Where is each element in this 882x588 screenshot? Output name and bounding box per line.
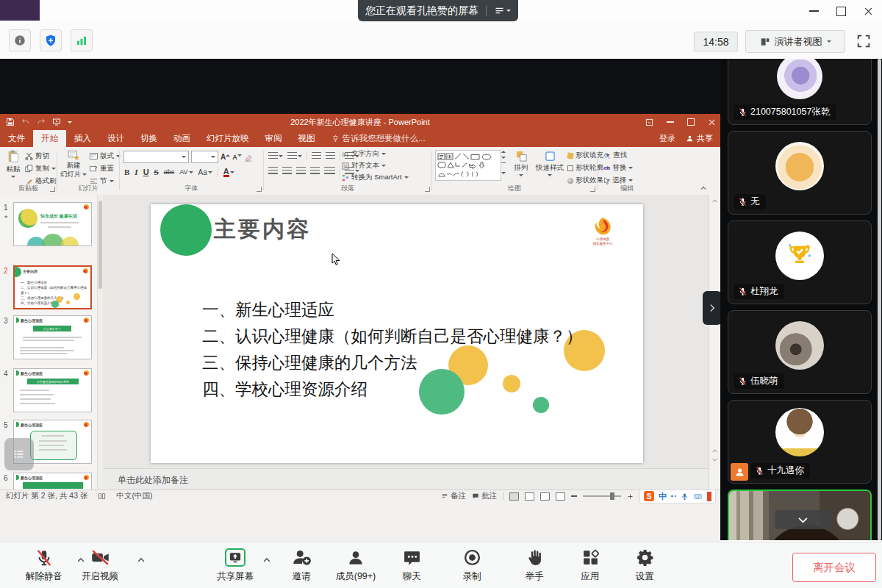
align-left-icon[interactable] [268,167,278,174]
meeting-info-button[interactable] [9,29,31,51]
ppt-tab-slideshow[interactable]: 幻灯片放映 [198,130,257,147]
font-dialog-launcher[interactable] [257,187,262,192]
slide-thumbnail[interactable]: 快乐成长 健康生活 [13,202,92,246]
sogou-logo[interactable]: S [644,491,654,501]
new-slide-button[interactable]: 新建 幻灯片 [59,150,88,179]
ppt-tab-view[interactable]: 视图 [290,130,323,147]
slide-thumbnail[interactable]: 新生心理适应 大学新生面临的四大变化 [13,368,92,412]
slide-thumbnail[interactable]: 新生心理适应 什么是大学？ [13,315,92,359]
slide-thumbnail-selected[interactable]: 主要内容 一、新生心理适应二、认识心理健康（如何判断自己是否心理健康？） 三、保… [13,265,92,309]
start-video-button[interactable]: 开启视频 [69,548,131,583]
ribbon-display-options-icon[interactable] [645,118,653,126]
normal-view-button[interactable] [509,492,519,501]
justify-icon[interactable] [310,167,320,174]
scroll-up-icon[interactable] [711,198,718,204]
notes-pane[interactable]: 单击此处添加备注 [103,468,720,490]
shapes-scroll-down-icon[interactable] [501,157,506,159]
participant-tile[interactable]: 伍晓萌 [728,310,872,394]
network-signal-button[interactable] [71,29,93,51]
arrange-button[interactable]: 排列 [510,151,532,176]
tell-me-box[interactable]: 告诉我您想要做什么... [323,130,434,147]
distribute-icon[interactable] [324,167,335,174]
ppt-restore-button[interactable] [687,118,695,126]
banner-menu-icon[interactable] [494,5,511,16]
font-name-select[interactable] [123,151,189,163]
language-indicator[interactable]: 中文(中国) [116,491,152,501]
slide-canvas[interactable]: 主要内容 心理健康 指导服务中心 [151,204,643,463]
font-color-button[interactable]: A [223,168,234,177]
shapes-scroll-up-icon[interactable] [501,151,506,153]
shapes-gallery[interactable] [435,150,501,181]
copy-button[interactable]: 复制 [25,164,57,173]
security-shield-button[interactable] [40,29,62,51]
character-spacing-button[interactable]: AV [179,168,193,176]
next-slide-icon[interactable] [711,456,718,463]
ppt-tab-review[interactable]: 审阅 [257,130,290,147]
view-mode-selector[interactable]: 演讲者视图 [745,30,845,53]
ppt-share-button[interactable]: 共享 [686,133,713,144]
spellcheck-icon[interactable] [98,492,106,501]
collapse-video-button[interactable] [775,510,831,529]
zoom-in-button[interactable] [627,493,634,500]
quick-access-caret-icon[interactable] [68,121,72,123]
ime-more-icon[interactable] [707,492,711,501]
leave-meeting-button[interactable]: 离开会议 [792,553,876,582]
window-close-button[interactable] [864,7,873,16]
zoom-slider[interactable] [583,495,621,497]
slide-sorter-view-button[interactable] [525,492,534,501]
comments-toggle-button[interactable]: 批注 [472,491,497,501]
ppt-tab-transitions[interactable]: 切换 [132,130,165,147]
clipboard-dialog-launcher[interactable] [50,187,55,192]
align-center-icon[interactable] [282,167,292,174]
reset-button[interactable]: 重置 [90,164,121,173]
participant-tile[interactable]: 杜翔龙 [728,220,872,304]
active-speaker-video-tile[interactable] [728,490,872,540]
reading-view-button[interactable] [540,492,550,501]
video-options-chevron[interactable] [137,556,146,564]
slideshow-view-button[interactable] [556,492,565,501]
bold-button[interactable]: B [124,168,129,176]
collapse-ribbon-icon[interactable] [700,184,707,192]
raise-hand-button[interactable]: 举手 [509,548,559,583]
ppt-minimize-button[interactable] [667,121,674,123]
chat-button[interactable]: 聊天 [388,548,435,583]
layout-button[interactable]: 版式 [90,151,121,161]
window-minimize-button[interactable] [809,10,819,12]
numbering-button[interactable] [287,152,302,159]
share-options-chevron[interactable] [262,556,271,564]
participant-tile[interactable]: 210075801057张乾 [728,59,872,125]
ppt-tab-insert[interactable]: 插入 [66,130,99,147]
align-right-icon[interactable] [296,167,306,174]
save-icon[interactable] [6,118,15,126]
sidebar-scrollbar[interactable] [878,59,881,540]
convert-smartart-button[interactable]: 转换为 SmartArt [342,173,409,182]
strikethrough-button[interactable]: S [154,168,159,176]
text-direction-button[interactable]: 文字方向 [342,149,409,159]
slide-thumbnail[interactable]: 新生心理适应 [13,473,92,490]
shrink-font-button[interactable]: A [232,154,242,161]
members-button[interactable]: 成员(99+) [325,548,387,583]
participant-tile[interactable]: 十九遇你 [728,400,872,484]
zoom-out-button[interactable] [571,495,577,497]
quick-styles-button[interactable]: 快速样式 [534,151,566,176]
font-size-select[interactable] [191,151,218,163]
redo-icon[interactable] [37,118,46,126]
record-button[interactable]: 录制 [447,548,497,583]
ime-mic-icon[interactable] [681,492,689,501]
grow-font-button[interactable]: A [220,153,230,161]
fullscreen-icon[interactable] [856,33,872,49]
ppt-tab-design[interactable]: 设计 [99,130,132,147]
ime-lang-toggle[interactable]: 中 [659,491,667,502]
floating-panel-toggle[interactable] [4,438,34,470]
ime-punct-icon[interactable] [671,495,676,498]
ppt-close-button[interactable] [708,118,716,126]
participant-tile[interactable]: 无 [728,131,872,215]
unmute-button[interactable]: 解除静音 [13,548,75,583]
settings-button[interactable]: 设置 [621,548,668,583]
ime-keyboard-icon[interactable] [693,492,703,501]
drawing-dialog-launcher[interactable] [590,187,595,192]
find-button[interactable]: 查找 [603,151,633,160]
ppt-tab-file[interactable]: 文件 [0,130,33,147]
underline-button[interactable]: U [143,168,149,176]
shapes-more-icon[interactable] [501,162,506,177]
